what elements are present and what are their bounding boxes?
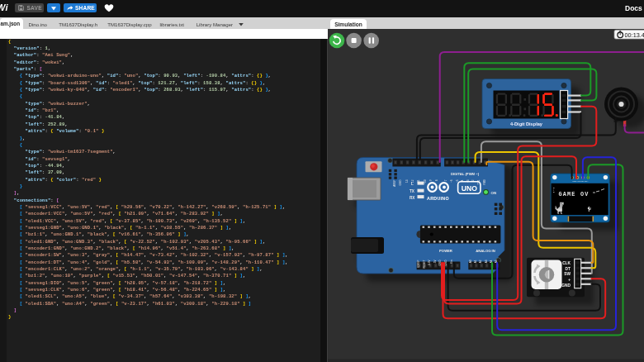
svg-text:RX0: RX0 xyxy=(483,179,486,184)
svg-text:13: 13 xyxy=(405,179,409,183)
svg-text:9: 9 xyxy=(429,179,433,181)
svg-text:RX: RX xyxy=(410,196,415,200)
svg-text:RESET: RESET xyxy=(423,260,426,268)
svg-text:8: 8 xyxy=(435,179,438,181)
svg-text:ON: ON xyxy=(491,191,497,195)
svg-text:IOREF: IOREF xyxy=(417,260,420,268)
svg-text:AREF: AREF xyxy=(393,179,396,186)
svg-text:3.3V: 3.3V xyxy=(428,260,431,265)
svg-text:00:13.41: 00:13.41 xyxy=(625,31,644,39)
svg-text:ARDUINO: ARDUINO xyxy=(427,196,449,201)
svg-text:TX: TX xyxy=(410,189,415,193)
svg-text:GAME OV: GAME OV xyxy=(559,191,590,198)
svg-text:A2: A2 xyxy=(479,260,482,263)
svg-text:Vin: Vin xyxy=(450,260,453,264)
svg-text:DT: DT xyxy=(566,267,571,271)
svg-text:~6: ~6 xyxy=(450,179,453,183)
svg-text:POWER: POWER xyxy=(439,249,452,253)
svg-text:GND VCC SCL SDA: GND VCC SCL SDA xyxy=(572,180,589,182)
svg-text:SW: SW xyxy=(564,272,571,276)
svg-text:GND: GND xyxy=(399,179,402,186)
svg-text:GND: GND xyxy=(561,283,571,288)
svg-text:+: + xyxy=(568,278,571,282)
svg-text:DIGITAL (PWM ~): DIGITAL (PWM ~) xyxy=(451,172,480,176)
svg-text:A3: A3 xyxy=(485,260,488,263)
svg-text:A1: A1 xyxy=(474,260,477,263)
svg-text:4-Digit Display: 4-Digit Display xyxy=(510,121,543,126)
svg-text:A0: A0 xyxy=(469,260,472,263)
svg-text:7: 7 xyxy=(444,179,447,181)
svg-text:CLK: CLK xyxy=(562,261,571,265)
svg-text:L: L xyxy=(411,182,414,186)
svg-text:UNO: UNO xyxy=(462,184,477,193)
svg-text:ANALOG IN: ANALOG IN xyxy=(476,249,495,253)
